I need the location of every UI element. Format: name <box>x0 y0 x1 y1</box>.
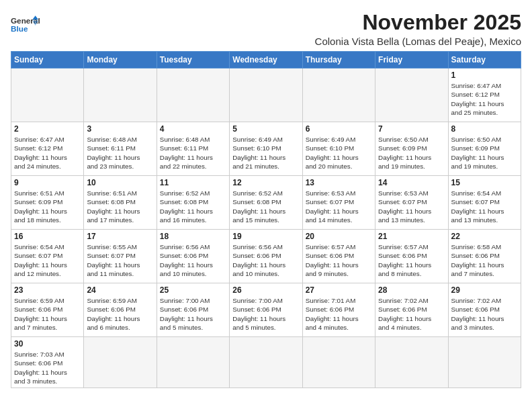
calendar-cell: 22Sunrise: 6:58 AM Sunset: 6:06 PM Dayli… <box>448 230 521 283</box>
calendar-cell: 16Sunrise: 6:54 AM Sunset: 6:07 PM Dayli… <box>11 230 84 283</box>
calendar-cell <box>302 337 375 388</box>
day-number: 14 <box>378 178 445 187</box>
calendar-week-row: 1Sunrise: 6:47 AM Sunset: 6:12 PM Daylig… <box>11 68 521 122</box>
day-number: 11 <box>160 178 226 187</box>
day-number: 24 <box>87 285 153 295</box>
day-info: Sunrise: 7:00 AM Sunset: 6:06 PM Dayligh… <box>232 296 299 332</box>
day-number: 7 <box>378 124 445 134</box>
calendar-cell: 10Sunrise: 6:51 AM Sunset: 6:08 PM Dayli… <box>84 176 157 230</box>
day-info: Sunrise: 7:01 AM Sunset: 6:06 PM Dayligh… <box>306 296 372 332</box>
weekday-header-tuesday: Tuesday <box>157 52 229 68</box>
day-info: Sunrise: 6:56 AM Sunset: 6:06 PM Dayligh… <box>160 242 226 278</box>
calendar-cell <box>84 68 157 122</box>
day-number: 2 <box>14 124 81 134</box>
weekday-header-monday: Monday <box>84 52 157 68</box>
calendar-cell: 24Sunrise: 6:59 AM Sunset: 6:06 PM Dayli… <box>84 283 157 337</box>
day-number: 3 <box>87 124 153 134</box>
logo: General Blue <box>11 11 40 40</box>
month-title: November 2025 <box>315 11 521 34</box>
calendar-cell: 18Sunrise: 6:56 AM Sunset: 6:06 PM Dayli… <box>157 230 229 283</box>
weekday-header-wednesday: Wednesday <box>230 52 302 68</box>
day-info: Sunrise: 6:49 AM Sunset: 6:10 PM Dayligh… <box>306 135 372 171</box>
day-info: Sunrise: 6:51 AM Sunset: 6:09 PM Dayligh… <box>14 189 81 224</box>
day-info: Sunrise: 6:56 AM Sunset: 6:06 PM Dayligh… <box>232 242 299 278</box>
day-number: 8 <box>451 124 518 134</box>
day-number: 18 <box>160 232 226 241</box>
calendar-week-row: 16Sunrise: 6:54 AM Sunset: 6:07 PM Dayli… <box>11 230 521 283</box>
calendar-cell: 28Sunrise: 7:02 AM Sunset: 6:06 PM Dayli… <box>375 283 448 337</box>
day-info: Sunrise: 6:55 AM Sunset: 6:07 PM Dayligh… <box>87 242 153 278</box>
day-info: Sunrise: 6:47 AM Sunset: 6:12 PM Dayligh… <box>451 81 518 117</box>
calendar-cell: 23Sunrise: 6:59 AM Sunset: 6:06 PM Dayli… <box>11 283 84 337</box>
calendar-cell: 20Sunrise: 6:57 AM Sunset: 6:06 PM Dayli… <box>302 230 375 283</box>
day-number: 21 <box>378 232 445 241</box>
day-number: 28 <box>378 285 445 295</box>
day-number: 26 <box>232 285 299 295</box>
day-number: 6 <box>306 124 372 134</box>
calendar-cell: 29Sunrise: 7:02 AM Sunset: 6:06 PM Dayli… <box>448 283 521 337</box>
calendar-week-row: 23Sunrise: 6:59 AM Sunset: 6:06 PM Dayli… <box>11 283 521 337</box>
calendar-cell <box>302 68 375 122</box>
calendar-cell: 3Sunrise: 6:48 AM Sunset: 6:11 PM Daylig… <box>84 122 157 176</box>
calendar-cell <box>11 68 84 122</box>
day-info: Sunrise: 6:57 AM Sunset: 6:06 PM Dayligh… <box>378 242 445 278</box>
day-number: 23 <box>14 285 81 295</box>
day-info: Sunrise: 7:02 AM Sunset: 6:06 PM Dayligh… <box>451 296 518 332</box>
day-number: 22 <box>451 232 518 241</box>
day-info: Sunrise: 6:59 AM Sunset: 6:06 PM Dayligh… <box>87 296 153 332</box>
day-info: Sunrise: 6:50 AM Sunset: 6:09 PM Dayligh… <box>378 135 445 171</box>
generalblue-logo-icon: General Blue <box>11 11 40 40</box>
day-number: 9 <box>14 178 81 187</box>
calendar-cell: 8Sunrise: 6:50 AM Sunset: 6:09 PM Daylig… <box>448 122 521 176</box>
day-info: Sunrise: 6:57 AM Sunset: 6:06 PM Dayligh… <box>306 242 372 278</box>
weekday-header-friday: Friday <box>375 52 448 68</box>
title-area: November 2025 Colonia Vista Bella (Lomas… <box>315 11 521 47</box>
calendar-cell: 1Sunrise: 6:47 AM Sunset: 6:12 PM Daylig… <box>448 68 521 122</box>
day-number: 29 <box>451 285 518 295</box>
calendar-cell: 4Sunrise: 6:48 AM Sunset: 6:11 PM Daylig… <box>157 122 229 176</box>
day-number: 1 <box>451 71 518 80</box>
calendar-cell: 9Sunrise: 6:51 AM Sunset: 6:09 PM Daylig… <box>11 176 84 230</box>
calendar-cell: 7Sunrise: 6:50 AM Sunset: 6:09 PM Daylig… <box>375 122 448 176</box>
day-number: 17 <box>87 232 153 241</box>
subtitle: Colonia Vista Bella (Lomas del Peaje), M… <box>315 36 521 47</box>
calendar-cell: 6Sunrise: 6:49 AM Sunset: 6:10 PM Daylig… <box>302 122 375 176</box>
day-number: 5 <box>232 124 299 134</box>
day-info: Sunrise: 6:52 AM Sunset: 6:08 PM Dayligh… <box>160 189 226 224</box>
calendar-cell: 12Sunrise: 6:52 AM Sunset: 6:08 PM Dayli… <box>230 176 302 230</box>
day-info: Sunrise: 6:49 AM Sunset: 6:10 PM Dayligh… <box>232 135 299 171</box>
calendar-cell: 5Sunrise: 6:49 AM Sunset: 6:10 PM Daylig… <box>230 122 302 176</box>
calendar-cell <box>157 68 229 122</box>
calendar-cell <box>84 337 157 388</box>
calendar-week-row: 9Sunrise: 6:51 AM Sunset: 6:09 PM Daylig… <box>11 176 521 230</box>
day-info: Sunrise: 6:48 AM Sunset: 6:11 PM Dayligh… <box>160 135 226 171</box>
day-number: 12 <box>232 178 299 187</box>
calendar-cell: 17Sunrise: 6:55 AM Sunset: 6:07 PM Dayli… <box>84 230 157 283</box>
calendar-cell: 13Sunrise: 6:53 AM Sunset: 6:07 PM Dayli… <box>302 176 375 230</box>
day-number: 15 <box>451 178 518 187</box>
calendar-cell: 25Sunrise: 7:00 AM Sunset: 6:06 PM Dayli… <box>157 283 229 337</box>
day-info: Sunrise: 6:51 AM Sunset: 6:08 PM Dayligh… <box>87 189 153 224</box>
calendar-cell <box>448 337 521 388</box>
calendar-cell: 2Sunrise: 6:47 AM Sunset: 6:12 PM Daylig… <box>11 122 84 176</box>
calendar-cell: 15Sunrise: 6:54 AM Sunset: 6:07 PM Dayli… <box>448 176 521 230</box>
day-info: Sunrise: 6:47 AM Sunset: 6:12 PM Dayligh… <box>14 135 81 171</box>
day-number: 4 <box>160 124 226 134</box>
day-info: Sunrise: 6:54 AM Sunset: 6:07 PM Dayligh… <box>451 189 518 224</box>
day-number: 25 <box>160 285 226 295</box>
weekday-header-thursday: Thursday <box>302 52 375 68</box>
calendar-header-row: SundayMondayTuesdayWednesdayThursdayFrid… <box>11 52 521 68</box>
day-number: 13 <box>306 178 372 187</box>
calendar-cell: 21Sunrise: 6:57 AM Sunset: 6:06 PM Dayli… <box>375 230 448 283</box>
calendar-week-row: 2Sunrise: 6:47 AM Sunset: 6:12 PM Daylig… <box>11 122 521 176</box>
calendar-cell <box>157 337 229 388</box>
calendar-cell: 11Sunrise: 6:52 AM Sunset: 6:08 PM Dayli… <box>157 176 229 230</box>
calendar-cell: 14Sunrise: 6:53 AM Sunset: 6:07 PM Dayli… <box>375 176 448 230</box>
day-info: Sunrise: 6:54 AM Sunset: 6:07 PM Dayligh… <box>14 242 81 278</box>
header: General Blue November 2025 Colonia Vista… <box>11 11 521 47</box>
calendar-cell <box>375 68 448 122</box>
calendar-cell <box>375 337 448 388</box>
day-info: Sunrise: 7:03 AM Sunset: 6:06 PM Dayligh… <box>14 350 81 385</box>
weekday-header-sunday: Sunday <box>11 52 84 68</box>
day-info: Sunrise: 7:00 AM Sunset: 6:06 PM Dayligh… <box>160 296 226 332</box>
